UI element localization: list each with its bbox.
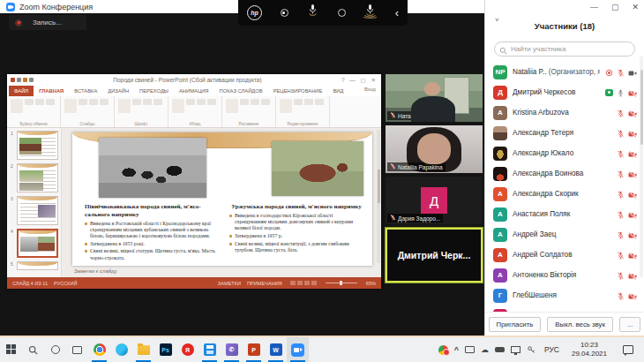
- editor-scrollbar[interactable]: [377, 130, 380, 263]
- mic-muted-icon: [617, 268, 625, 283]
- participants-scrollbar[interactable]: [640, 57, 643, 277]
- powerpoint-statusbar: СЛАЙД 4 ИЗ 11 РУССКИЙ ЗАМЕТКИ ПРИМЕЧАНИЯ…: [7, 277, 381, 289]
- participant-row[interactable]: Александр Юкало: [493, 143, 639, 163]
- video-tile[interactable]: Наталія Пелих: [386, 74, 483, 122]
- photoshop-taskbar-icon[interactable]: Ps: [154, 337, 176, 362]
- slide-thumbnail-5[interactable]: 5: [11, 261, 58, 270]
- device-tray-icon[interactable]: [465, 346, 475, 353]
- slide-bullet: Виведена в господарствах Кіровської обла…: [229, 213, 363, 232]
- video-tile-active-speaker[interactable]: Дмитрий Черк...: [386, 228, 483, 283]
- zoom-slider[interactable]: [326, 283, 357, 283]
- edge-taskbar-icon[interactable]: [110, 337, 132, 362]
- video-name-text: Наталія Пелих: [398, 113, 437, 119]
- ribbon-tab-вставка[interactable]: ВСТАВКА: [69, 86, 102, 96]
- monitor-tray-icon[interactable]: [511, 346, 520, 353]
- cortana-taskbar-icon[interactable]: [44, 337, 66, 362]
- video-tile[interactable]: Nataliia Papakina: [386, 125, 483, 173]
- powerpoint-window-controls[interactable]: ? — ▢ ✕: [341, 77, 378, 84]
- ribbon-group-buttons[interactable]: [64, 99, 110, 113]
- audio-option-2-icon[interactable]: [338, 9, 346, 17]
- notes-toggle[interactable]: ЗАМЕТКИ: [218, 281, 241, 286]
- slide-thumbnail-4[interactable]: 4: [11, 229, 58, 258]
- action-center-icon[interactable]: [617, 345, 640, 354]
- explorer-taskbar-icon[interactable]: [132, 337, 154, 362]
- badge-tray-icon[interactable]: [438, 345, 448, 355]
- participant-row[interactable]: Д: [493, 305, 639, 312]
- ribbon-tab-анимация[interactable]: АНИМАЦИЯ: [174, 86, 214, 96]
- taskview-taskbar-icon[interactable]: [66, 337, 88, 362]
- collapse-chevron-icon[interactable]: ‹: [395, 7, 399, 19]
- video-tile[interactable]: ДДария Задоро...: [386, 177, 483, 224]
- slide-thumbnail-2[interactable]: 2: [11, 163, 58, 192]
- chevron-tray-icon[interactable]: ^: [454, 345, 459, 354]
- close-button[interactable]: ✕: [632, 3, 639, 11]
- minimize-button[interactable]: —: [590, 3, 598, 11]
- yandex-taskbar-icon[interactable]: Я: [176, 337, 198, 362]
- notes-hint[interactable]: Заметки к слайду: [72, 266, 372, 277]
- blueapp-taskbar-icon[interactable]: [198, 337, 221, 362]
- participant-row[interactable]: ААлександра Скорик: [493, 184, 639, 204]
- key-tray-icon[interactable]: [527, 345, 535, 354]
- recording-indicator[interactable]: Запись...: [9, 15, 86, 30]
- participant-row[interactable]: ДДмитрий Черкесов: [493, 82, 639, 102]
- comments-toggle[interactable]: ПРИМЕЧАНИЯ: [247, 281, 282, 286]
- ribbon-group-buttons[interactable]: [118, 99, 164, 113]
- ribbon-tab-рецензирование[interactable]: РЕЦЕНЗИРОВАНИЕ: [268, 86, 328, 96]
- audio-option-1-icon[interactable]: [281, 9, 288, 17]
- participant-row[interactable]: AKristina Arbuzova: [493, 102, 639, 123]
- start-taskbar-icon[interactable]: [0, 337, 22, 362]
- participant-row[interactable]: NPNataliia P.. (Организатор, я): [493, 62, 639, 82]
- view-buttons[interactable]: [288, 281, 317, 286]
- participants-panel: ˅ Участники (18) NPNataliia P.. (Организ…: [484, 0, 644, 336]
- ribbon-tab-вид[interactable]: ВИД: [327, 86, 348, 96]
- zoom-taskbar-icon[interactable]: [287, 337, 309, 362]
- bullet-marker: [229, 235, 232, 238]
- participant-row[interactable]: ГГлебШешеня: [493, 285, 639, 305]
- powerpoint-taskbar-icon[interactable]: P: [243, 337, 265, 362]
- invite-button[interactable]: Пригласить: [489, 317, 542, 332]
- ribbon-tab-показ слайдов[interactable]: ПОКАЗ СЛАЙДОВ: [214, 86, 268, 96]
- camera-icon: [628, 64, 637, 80]
- chrome-taskbar-icon[interactable]: [88, 337, 110, 362]
- slide-number: 1: [11, 131, 15, 160]
- ribbon-tab-дизайн[interactable]: ДИЗАЙН: [102, 86, 134, 96]
- slide-thumbnail-3[interactable]: 3: [11, 196, 58, 225]
- ribbon-group-buttons[interactable]: [226, 99, 272, 113]
- bullet-text: Виведена в господарствах Кіровської обла…: [235, 213, 363, 232]
- proofing-language[interactable]: РУССКИЙ: [54, 281, 78, 286]
- search-input[interactable]: [494, 41, 635, 57]
- more-options-button[interactable]: ...: [619, 317, 641, 332]
- band-tray-icon[interactable]: [495, 347, 505, 352]
- panel-popout-chevron-icon[interactable]: ˅: [495, 16, 499, 24]
- mic-room-icon[interactable]: [363, 4, 377, 22]
- participant-row[interactable]: ААндрей Солдатов: [493, 245, 639, 265]
- mic-speaker-icon[interactable]: [306, 4, 319, 22]
- zoom-percent[interactable]: 65%: [366, 281, 376, 286]
- slide-text-columns: Північнокавказька порода свиней, м'ясо-с…: [72, 200, 372, 262]
- language-indicator[interactable]: РУС: [542, 345, 562, 354]
- word-taskbar-icon[interactable]: W: [265, 337, 287, 362]
- ribbon-group-buttons[interactable]: [11, 99, 56, 113]
- mic-muted-icon: [617, 207, 625, 222]
- participant-row[interactable]: Александра Воинова: [493, 163, 639, 184]
- mute-all-button[interactable]: Выкл. весь звук: [547, 317, 613, 332]
- maximize-button[interactable]: ▢: [611, 3, 619, 11]
- participant-row[interactable]: ААндрей Заец: [493, 224, 639, 245]
- viber-taskbar-icon[interactable]: ✆: [221, 337, 243, 362]
- ribbon-tab-главная[interactable]: ГЛАВНАЯ: [34, 86, 69, 96]
- ribbon-tab-переходы[interactable]: ПЕРЕХОДЫ: [134, 86, 174, 96]
- cloud-tray-icon[interactable]: ☁: [481, 345, 489, 354]
- sign-in-link[interactable]: Вход: [364, 87, 376, 92]
- slide-thumbnail-1[interactable]: 1: [11, 131, 58, 160]
- ribbon-group-buttons[interactable]: [280, 99, 326, 113]
- participant-row[interactable]: Александр Тетеря: [493, 123, 639, 143]
- participant-row[interactable]: ААнтоненко Вікторія: [493, 265, 639, 285]
- participant-row[interactable]: ААнастасия Поляк: [493, 204, 639, 224]
- taskbar-clock[interactable]: 10:2329.04.2021: [568, 341, 610, 358]
- quick-access-toolbar[interactable]: [11, 78, 34, 82]
- slide-counter: СЛАЙД 4 ИЗ 11: [12, 281, 48, 286]
- ribbon-group-buttons[interactable]: [172, 99, 218, 113]
- ribbon-tab-файл[interactable]: ФАЙЛ: [9, 86, 34, 96]
- camera-off-icon: [628, 288, 637, 304]
- search-taskbar-icon[interactable]: [22, 337, 44, 362]
